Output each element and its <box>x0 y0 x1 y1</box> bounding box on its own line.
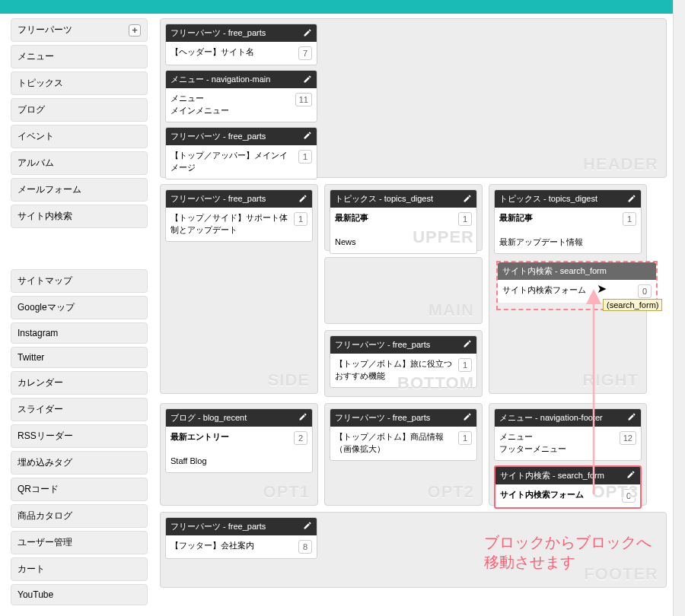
sidebar: フリーパーツ+メニュートピックスブログイベントアルバムメールフォームサイト内検索… <box>0 14 152 616</box>
add-icon[interactable]: + <box>129 24 141 37</box>
sidebar-item[interactable]: ユーザー管理 <box>11 531 148 554</box>
sidebar-item[interactable]: Googleマップ <box>11 296 148 319</box>
card-head-label: フリーパーツ - free_parts <box>335 412 430 424</box>
card-header[interactable]: フリーパーツ - free_parts <box>166 190 312 208</box>
sidebar-item-label: イベント <box>18 130 54 143</box>
sidebar-item-label: メニュー <box>18 50 54 63</box>
sidebar-item[interactable]: 商品カタログ <box>11 504 148 528</box>
edit-icon[interactable] <box>298 194 307 205</box>
zone-label: HEADER <box>583 154 658 174</box>
sidebar-item[interactable]: カート <box>11 557 148 581</box>
card-count: 1 <box>623 212 636 226</box>
zone-main[interactable]: MAIN <box>324 257 483 324</box>
card-header[interactable]: フリーパーツ - free_parts <box>166 128 317 145</box>
sidebar-item[interactable]: メニュー <box>11 45 148 68</box>
card-count: 2 <box>294 431 307 445</box>
edit-icon[interactable] <box>303 28 312 39</box>
edit-icon[interactable] <box>627 194 636 205</box>
edit-icon[interactable] <box>298 412 307 423</box>
card-header[interactable]: フリーパーツ - free_parts <box>166 518 317 535</box>
sidebar-item[interactable]: スライダー <box>11 398 148 421</box>
parts-card[interactable]: メニュー - navigation-footerメニューフッターメニュー12 <box>494 408 642 461</box>
card-count: 1 <box>458 212 472 226</box>
card-header[interactable]: サイト内検索 - search_form <box>498 262 656 280</box>
sidebar-item[interactable]: QRコード <box>11 478 148 501</box>
card-header[interactable]: トピックス - topics_digest <box>495 190 641 208</box>
sidebar-item[interactable]: メールフォーム <box>11 178 148 202</box>
parts-card[interactable]: フリーパーツ - free_parts【トップ／サイド】サポート体制とアップデー… <box>165 189 313 242</box>
zone-opt3[interactable]: メニュー - navigation-footerメニューフッターメニュー12サイ… <box>489 403 647 506</box>
sidebar-item[interactable]: フリーパーツ+ <box>11 18 148 42</box>
card-header[interactable]: トピックス - topics_digest <box>330 190 476 208</box>
sidebar-item-label: カレンダー <box>18 376 63 389</box>
zone-upper[interactable]: トピックス - topics_digest最新記事News1 UPPER <box>324 184 483 251</box>
card-head-label: メニュー - navigation-main <box>170 74 270 85</box>
sidebar-item-label: フリーパーツ <box>18 24 72 37</box>
card-header[interactable]: メニュー - navigation-footer <box>495 409 641 427</box>
sidebar-item-label: ユーザー管理 <box>18 536 72 549</box>
parts-card[interactable]: フリーパーツ - free_parts【ヘッダー】サイト名7 <box>165 24 317 65</box>
edit-icon[interactable] <box>626 470 636 481</box>
card-head-label: フリーパーツ - free_parts <box>170 193 266 205</box>
card-header[interactable]: ブログ - blog_recent <box>166 409 312 427</box>
sidebar-item[interactable]: ブログ <box>11 98 148 122</box>
card-head-label: フリーパーツ - free_parts <box>170 27 266 39</box>
sidebar-item[interactable]: サイト内検索 <box>11 205 148 228</box>
sidebar-item-label: Instagram <box>18 328 58 338</box>
sidebar-item-label: QRコード <box>18 483 59 496</box>
sidebar-item-label: Googleマップ <box>18 301 75 314</box>
edit-icon[interactable] <box>463 194 472 205</box>
parts-card[interactable]: フリーパーツ - free_parts【トップ／ボトム】旅に役立つおすすめ機能1 <box>330 335 477 388</box>
zone-opt2[interactable]: フリーパーツ - free_parts【トップ／ボトム】商品情報（画像拡大）1 … <box>324 403 483 506</box>
card-count: 7 <box>298 46 312 60</box>
edit-icon[interactable] <box>463 412 472 423</box>
parts-card[interactable]: フリーパーツ - free_parts【トップ／アッパー】メインイメージ1 <box>165 127 317 179</box>
zone-header[interactable]: フリーパーツ - free_parts【ヘッダー】サイト名7メニュー - nav… <box>160 18 667 178</box>
card-header[interactable]: メニュー - navigation-main <box>166 71 317 88</box>
sidebar-item-label: サイト内検索 <box>18 210 72 223</box>
sidebar-item[interactable]: トピックス <box>11 71 148 95</box>
sidebar-item[interactable]: Instagram <box>11 322 148 344</box>
sidebar-item[interactable]: カレンダー <box>11 371 148 395</box>
zone-opt1[interactable]: ブログ - blog_recent最新エントリーStaff Blog2 OPT1 <box>160 403 318 506</box>
zone-footer[interactable]: フリーパーツ - free_parts【フッター】会社案内8 FOOTER <box>160 512 667 588</box>
card-head-label: トピックス - topics_digest <box>499 193 597 205</box>
sidebar-item[interactable]: Twitter <box>11 347 148 368</box>
sidebar-item-label: トピックス <box>18 77 63 90</box>
sidebar-item-label: サイトマップ <box>18 275 72 287</box>
sidebar-item-label: カート <box>18 563 45 576</box>
zone-bottom[interactable]: フリーパーツ - free_parts【トップ／ボトム】旅に役立つおすすめ機能1… <box>324 330 483 397</box>
card-header[interactable]: フリーパーツ - free_parts <box>166 24 317 42</box>
parts-card[interactable]: フリーパーツ - free_parts【フッター】会社案内8 <box>165 517 317 559</box>
layout-canvas: フリーパーツ - free_parts【ヘッダー】サイト名7メニュー - nav… <box>152 14 685 616</box>
card-header[interactable]: フリーパーツ - free_parts <box>330 336 476 354</box>
edit-icon[interactable] <box>627 412 636 423</box>
parts-card[interactable]: トピックス - topics_digest最新記事News1 <box>330 189 477 254</box>
sidebar-item[interactable]: 埋め込みタグ <box>11 451 148 475</box>
top-teal-bar <box>0 0 685 14</box>
card-header[interactable]: フリーパーツ - free_parts <box>330 409 476 427</box>
parts-card[interactable]: ブログ - blog_recent最新エントリーStaff Blog2 <box>165 408 313 473</box>
sidebar-item-label: ブログ <box>18 103 45 116</box>
sidebar-item[interactable]: YouTube <box>11 584 148 605</box>
sidebar-item-label: 商品カタログ <box>18 510 72 522</box>
parts-card[interactable]: フリーパーツ - free_parts【トップ／ボトム】商品情報（画像拡大）1 <box>330 408 477 461</box>
parts-card[interactable]: メニュー - navigation-mainメニューメインメニュー11 <box>165 70 317 122</box>
sidebar-item[interactable]: アルバム <box>11 151 148 175</box>
parts-card[interactable]: サイト内検索 - search_formサイト内検索フォーム0 <box>494 465 642 509</box>
sidebar-item-label: スライダー <box>18 403 63 416</box>
edit-icon[interactable] <box>303 75 312 85</box>
card-head-label: サイト内検索 - search_form <box>502 265 607 277</box>
sidebar-item-label: YouTube <box>18 589 53 600</box>
card-header[interactable]: サイト内検索 - search_form <box>495 467 640 484</box>
sidebar-item[interactable]: RSSリーダー <box>11 424 148 448</box>
scrollbar[interactable] <box>673 0 685 616</box>
card-count: 1 <box>298 150 312 164</box>
sidebar-item[interactable]: サイトマップ <box>11 269 148 293</box>
edit-icon[interactable] <box>303 131 312 141</box>
sidebar-item[interactable]: イベント <box>11 125 148 148</box>
edit-icon[interactable] <box>463 339 472 350</box>
zone-side[interactable]: フリーパーツ - free_parts【トップ／サイド】サポート体制とアップデー… <box>160 184 318 394</box>
parts-card[interactable]: トピックス - topics_digest最新記事最新アップデート情報1 <box>494 189 642 254</box>
edit-icon[interactable] <box>303 521 312 532</box>
